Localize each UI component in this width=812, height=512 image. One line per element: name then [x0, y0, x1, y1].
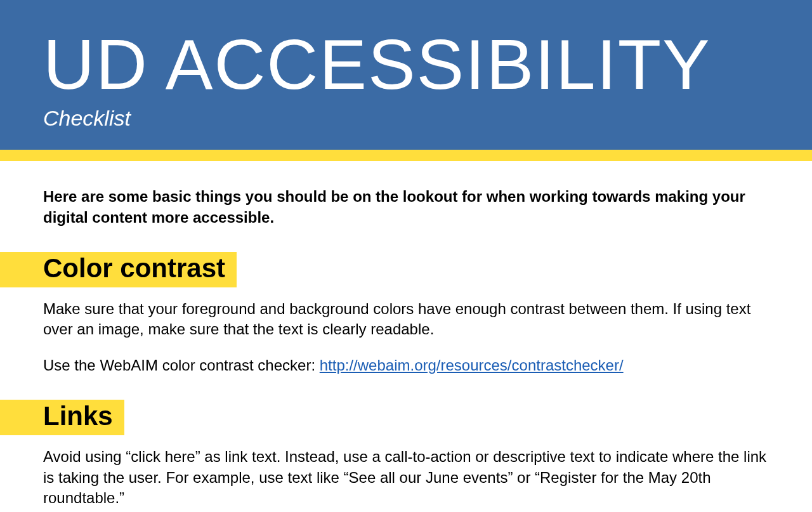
document-header: UD ACCESSIBILITY Checklist: [0, 0, 812, 150]
accent-bar: [0, 150, 812, 161]
section-paragraph-with-link: Use the WebAIM color contrast checker: h…: [43, 355, 769, 376]
section-paragraph: Make sure that your foreground and backg…: [43, 299, 769, 340]
document-subtitle: Checklist: [43, 106, 812, 131]
section-paragraph: Avoid using “click here” as link text. I…: [43, 447, 769, 508]
section-links: Links Avoid using “click here” as link t…: [43, 400, 769, 508]
intro-paragraph: Here are some basic things you should be…: [43, 187, 769, 228]
link-prefix-text: Use the WebAIM color contrast checker:: [43, 357, 320, 374]
document-body: Here are some basic things you should be…: [0, 161, 812, 508]
document-title: UD ACCESSIBILITY: [43, 25, 812, 103]
section-heading: Color contrast: [0, 252, 237, 287]
section-heading: Links: [0, 400, 124, 435]
section-color-contrast: Color contrast Make sure that your foreg…: [43, 252, 769, 376]
contrast-checker-link[interactable]: http://webaim.org/resources/contrastchec…: [320, 357, 624, 374]
